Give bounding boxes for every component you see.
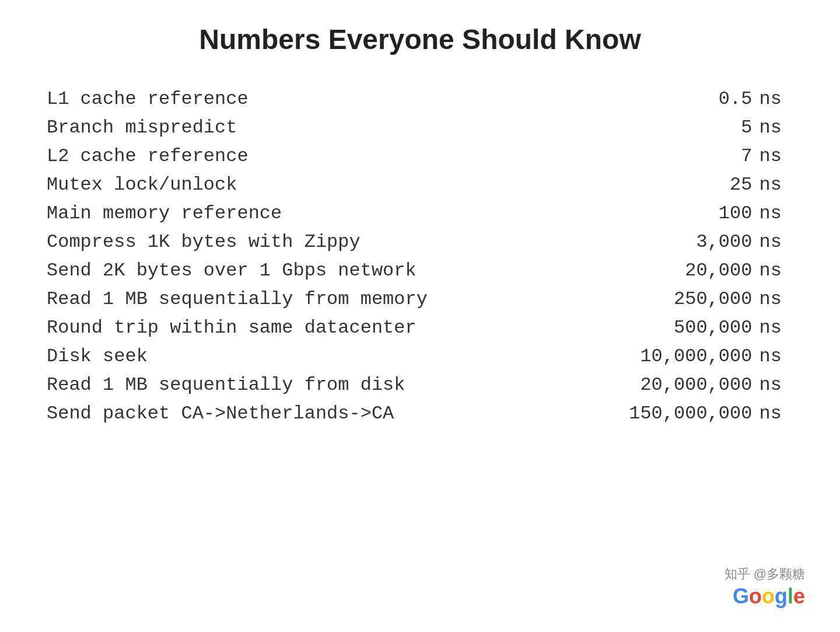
row-label: Branch mispredict: [47, 113, 580, 142]
row-unit: ns: [752, 142, 793, 170]
row-label: L2 cache reference: [47, 142, 580, 170]
row-unit: ns: [752, 399, 793, 428]
row-label: Read 1 MB sequentially from memory: [47, 285, 580, 313]
table-row: Disk seek10,000,000ns: [47, 342, 793, 371]
row-value: 7: [580, 142, 752, 170]
table-row: Compress 1K bytes with Zippy3,000ns: [47, 228, 793, 256]
google-watermark: Google: [733, 584, 805, 609]
row-label: Mutex lock/unlock: [47, 170, 580, 199]
row-value: 25: [580, 170, 752, 199]
row-unit: ns: [752, 285, 793, 313]
row-unit: ns: [752, 256, 793, 285]
row-unit: ns: [752, 228, 793, 256]
table-row: L2 cache reference7ns: [47, 142, 793, 170]
row-unit: ns: [752, 371, 793, 399]
table-row: Round trip within same datacenter500,000…: [47, 313, 793, 342]
page-title: Numbers Everyone Should Know: [199, 23, 640, 55]
row-value: 100: [580, 199, 752, 228]
row-unit: ns: [752, 170, 793, 199]
row-unit: ns: [752, 113, 793, 142]
numbers-table: L1 cache reference0.5nsBranch mispredict…: [47, 85, 793, 428]
table-row: Send packet CA->Netherlands->CA150,000,0…: [47, 399, 793, 428]
table-row: Branch mispredict5ns: [47, 113, 793, 142]
row-value: 5: [580, 113, 752, 142]
row-label: Send packet CA->Netherlands->CA: [47, 399, 580, 428]
row-value: 10,000,000: [580, 342, 752, 371]
table-row: Read 1 MB sequentially from memory250,00…: [47, 285, 793, 313]
row-value: 20,000,000: [580, 371, 752, 399]
row-label: Disk seek: [47, 342, 580, 371]
row-value: 150,000,000: [580, 399, 752, 428]
watermark: 知乎 @多颗糖 Google: [724, 565, 805, 609]
row-label: Read 1 MB sequentially from disk: [47, 371, 580, 399]
row-unit: ns: [752, 342, 793, 371]
row-unit: ns: [752, 85, 793, 113]
table-row: L1 cache reference0.5ns: [47, 85, 793, 113]
row-value: 250,000: [580, 285, 752, 313]
row-unit: ns: [752, 313, 793, 342]
table-row: Mutex lock/unlock25ns: [47, 170, 793, 199]
row-value: 3,000: [580, 228, 752, 256]
row-value: 20,000: [580, 256, 752, 285]
row-value: 500,000: [580, 313, 752, 342]
row-label: Main memory reference: [47, 199, 580, 228]
row-value: 0.5: [580, 85, 752, 113]
row-label: Round trip within same datacenter: [47, 313, 580, 342]
row-unit: ns: [752, 199, 793, 228]
table-row: Main memory reference100ns: [47, 199, 793, 228]
table-row: Read 1 MB sequentially from disk20,000,0…: [47, 371, 793, 399]
zhihu-watermark: 知乎 @多颗糖: [724, 565, 805, 583]
row-label: Send 2K bytes over 1 Gbps network: [47, 256, 580, 285]
table-row: Send 2K bytes over 1 Gbps network20,000n…: [47, 256, 793, 285]
row-label: L1 cache reference: [47, 85, 580, 113]
row-label: Compress 1K bytes with Zippy: [47, 228, 580, 256]
